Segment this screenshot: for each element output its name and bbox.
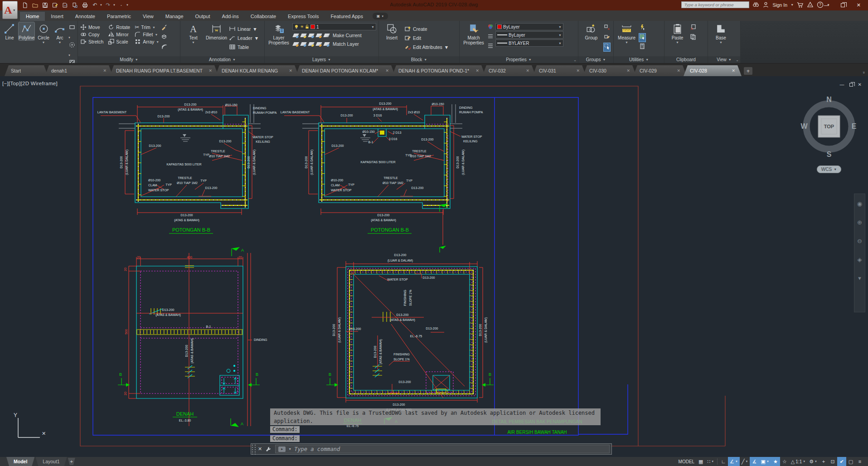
plot-button[interactable] [61,1,69,9]
search-input[interactable] [681,1,749,8]
doc-tab-civ-031[interactable]: CIV-031✕ [533,65,586,76]
qat-customize-button[interactable]: ⹀ [117,1,126,9]
viewport-controls[interactable]: [−][Top][2D Wireframe] [2,81,58,86]
drawing-restore-icon[interactable] [849,83,853,87]
close-tab-icon[interactable]: ✕ [526,68,529,73]
search-binoculars-icon[interactable] [752,1,759,8]
status-isolate-objects[interactable]: ⊡ [828,457,837,466]
viewcube-north[interactable]: N [826,96,832,103]
match-properties-button[interactable]: Match Properties [462,22,485,45]
model-space-viewport[interactable]: LANTAI BASEMENTD13-200(ATAS & BAWAH)Ø10-… [0,76,868,457]
ribbon-tab-output[interactable]: Output [189,12,216,21]
ellipse-tool-icon[interactable]: ▼ [69,42,75,58]
leader-button[interactable]: Leader▼ [229,34,259,42]
trim-button[interactable]: ✂Trim▼ [135,24,159,30]
print-button[interactable] [81,1,89,9]
ribbon-tab-view[interactable]: View [137,12,160,21]
panel-label-layers[interactable]: Layers▼ [265,56,378,63]
help-icon[interactable]: ? [817,1,824,8]
rectangle-tool-icon[interactable]: ▼ [69,24,75,40]
panel-label-modify[interactable]: Modify▼ [78,56,180,63]
status-annotation-autoscale[interactable]: ☆ [780,457,789,466]
save-button[interactable] [41,1,49,9]
line-button[interactable]: Line [2,22,17,40]
status-model-space[interactable]: MODEL [677,457,697,466]
close-tab-icon[interactable]: ✕ [626,68,630,73]
command-drag-handle[interactable] [251,444,256,454]
undo-button[interactable]: ↶ [91,1,99,9]
command-close-icon[interactable]: ✕ [258,446,262,452]
close-tab-icon[interactable]: ✕ [576,68,580,73]
doc-tab-start[interactable]: Start [5,65,48,76]
status-annotation-scale[interactable]: △1:1▼ [789,457,807,466]
close-tab-icon[interactable]: ✕ [732,68,735,73]
viewcube[interactable]: N W E S TOP [800,93,858,161]
ribbon-tab-home[interactable]: Home [20,12,45,21]
chevron-down-icon[interactable]: ▼ [126,4,129,6]
doc-tab-denah1[interactable]: denah1✕ [45,65,113,76]
move-button[interactable]: Move [80,24,103,30]
sign-in-button[interactable]: Sign In [772,2,787,8]
layout1-tab[interactable]: Layout1 [35,457,67,466]
showmotion-icon[interactable]: ▾ [858,275,861,282]
text-button[interactable]: A Text▼ [183,22,204,44]
polyline-button[interactable]: Polyline [19,22,34,40]
close-tab-icon[interactable]: ✕ [289,68,292,73]
status-grid-display[interactable]: ▦ [696,457,705,466]
array-button[interactable]: Array▼ [135,39,159,45]
drawing-close-icon[interactable]: ✕ [858,82,862,87]
scale-button[interactable]: Scale [108,39,130,45]
doc-tab-civ-030[interactable]: CIV-030✕ [583,65,636,76]
save-as-button[interactable] [51,1,59,9]
panel-label-properties[interactable]: Properties▼⌄ [460,56,578,63]
doc-tab-civ-029[interactable]: CIV-029✕ [633,65,687,76]
viewcube-south[interactable]: S [827,150,832,158]
full-navigation-wheel-icon[interactable]: ◉ [857,200,862,207]
status-object-snap[interactable]: ▣▼ [759,457,771,466]
ungroup-icon[interactable] [604,24,610,32]
select-window-icon[interactable] [639,34,645,42]
status-annotation-visibility[interactable]: ★ [771,457,780,466]
infocenter-media-button[interactable]: ▣▼ [373,13,388,19]
linetype-select[interactable]: ByLayer▼ [495,31,563,39]
ribbon-tab-add-ins[interactable]: Add-ins [216,12,245,21]
panel-label-utilities[interactable]: Utilities▼ [614,56,664,63]
autodesk-app-store-icon[interactable] [807,1,814,8]
make-current-row[interactable]: Make Current [292,31,376,39]
doc-tab-civ-028[interactable]: CIV-028✕ [684,65,742,76]
close-button[interactable]: ✕ [857,3,861,8]
new-layout-button[interactable]: + [68,458,75,465]
ribbon-tab-annotate[interactable]: Annotate [69,12,101,21]
tab-overflow-icon[interactable]: » [861,71,866,73]
publish-button[interactable] [71,1,79,9]
viewcube-east[interactable]: E [852,122,857,130]
circle-button[interactable]: Circle▼ [36,22,51,44]
lineweight-select[interactable]: BYLAYER▼ [495,39,563,47]
open-file-button[interactable] [31,1,39,9]
restore-button[interactable] [841,3,845,7]
wcs-selector[interactable]: WCS▼ [817,165,841,173]
measure-button[interactable]: Measure▼ [616,22,637,44]
command-input[interactable]: ▸ ▼ Type a command [275,445,610,453]
close-tab-icon[interactable]: ✕ [209,68,212,73]
ribbon-tab-parametric[interactable]: Parametric [101,12,137,21]
doc-tab-civ-032[interactable]: CIV-032✕ [482,65,536,76]
panel-label-annotation[interactable]: Annotation▼ [180,56,264,63]
orbit-icon[interactable]: ◈ [858,256,862,263]
chevron-down-icon[interactable]: ▼ [113,4,116,6]
copy-button[interactable]: Copy [80,31,103,38]
brush-icon[interactable] [161,24,167,32]
command-customize-wrench-icon[interactable] [265,446,272,452]
object-color-select[interactable]: ByLayer▼ [495,23,563,30]
edit-attributes-button[interactable]: Edit Attributes▼ [404,43,449,51]
status-workspace-switching[interactable]: ⚙▼ [807,457,819,466]
layer-properties-button[interactable]: Layer Properties [267,22,291,45]
doc-tab-denah-ruang-pompa-lt-basement[interactable]: DENAH RUANG POMPA LT.BASEMENT✕ [110,65,218,76]
match-layer-row[interactable]: Match Layer [292,40,376,48]
zoom-icon[interactable]: ⊖ [857,238,862,244]
insert-button[interactable]: Insert [381,22,402,40]
fillet-button[interactable]: Fillet▼ [135,31,159,38]
model-tab[interactable]: Model [6,457,34,466]
panel-label-groups[interactable]: Groups▼ [578,56,613,63]
status-customization[interactable]: ≡ [855,457,864,466]
